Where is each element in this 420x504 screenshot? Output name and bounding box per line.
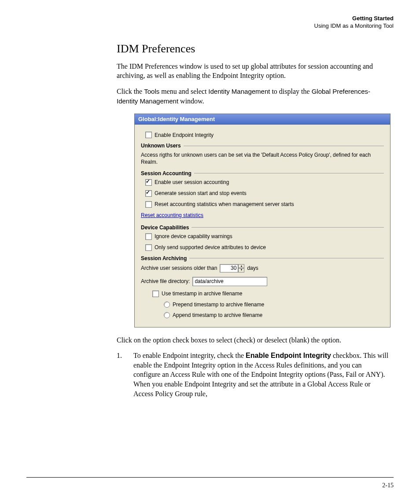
spinner-down-icon[interactable]: ▼ (238, 268, 244, 272)
archive-older-than-post: days (247, 265, 258, 271)
device-capabilities-group: Device Capabilities Ignore device capabi… (141, 224, 384, 251)
paragraph-3: Click on the option check boxes to selec… (117, 335, 389, 345)
running-header: Getting Started Using IDM as a Monitorin… (26, 15, 394, 30)
archive-days-value[interactable]: 30 (220, 264, 238, 272)
append-timestamp-row: Append timestamp to archive filename (164, 312, 384, 318)
unknown-users-desc: Access rigths for unknown users can be s… (141, 151, 384, 166)
section-title: IDM Preferences (117, 42, 389, 55)
session-archiving-label: Session Archiving (141, 255, 187, 261)
only-send-supported-label: Only send supported device attributes to… (155, 244, 266, 250)
use-timestamp-checkbox[interactable] (152, 291, 159, 297)
generate-session-events-checkbox[interactable] (145, 190, 152, 197)
reset-stats-on-start-row: Reset accounting statistics when managem… (145, 201, 384, 208)
use-timestamp-row: Use timestamp in archive filename (152, 291, 384, 297)
enable-endpoint-integrity-label: Enable Endpoint Integrity (155, 132, 214, 138)
generate-session-events-row: Generate session start and stop events (145, 190, 384, 197)
generate-session-events-label: Generate session start and stop events (155, 190, 247, 196)
session-accounting-group: Session Accounting Enable user session a… (141, 170, 384, 221)
document-page: Getting Started Using IDM as a Monitorin… (0, 0, 420, 504)
archive-older-than-pre: Archive user sessions older than (141, 265, 217, 271)
session-archiving-group: Session Archiving Archive user sessions … (141, 255, 384, 318)
enable-endpoint-integrity-checkbox[interactable] (145, 132, 152, 138)
dialog-titlebar: Global:Identity Management (135, 114, 390, 125)
archive-directory-label: Archive file directory: (141, 278, 190, 284)
only-send-supported-checkbox[interactable] (145, 244, 152, 251)
archive-older-than-row: Archive user sessions older than 30 ▲ ▼ … (141, 264, 384, 272)
step-1-body: To enable Endpoint integrity, check the … (133, 351, 389, 398)
archive-directory-row: Archive file directory: data/archive (141, 277, 384, 286)
header-bold: Getting Started (26, 15, 394, 22)
prepend-timestamp-label: Prepend timestamp to archive filename (173, 302, 264, 308)
paragraph-1: The IDM Preferences window is used to se… (117, 62, 389, 81)
dialog-body: Enable Endpoint Integrity Unknown Users … (135, 125, 390, 327)
ignore-device-warnings-row: Ignore device capability warnings (145, 233, 384, 240)
step-1: 1. To enable Endpoint integrity, check t… (117, 351, 389, 398)
use-timestamp-label: Use timestamp in archive filename (162, 291, 242, 297)
ignore-device-warnings-checkbox[interactable] (145, 233, 152, 240)
reset-stats-on-start-label: Reset accounting statistics when managem… (155, 201, 294, 207)
enable-user-session-accounting-row: Enable user session accounting (145, 179, 384, 186)
page-number: 2-15 (382, 482, 394, 489)
enable-user-session-accounting-label: Enable user session accounting (155, 179, 229, 185)
session-accounting-label: Session Accounting (141, 170, 192, 177)
content-column: IDM Preferences The IDM Preferences wind… (117, 42, 389, 398)
prepend-timestamp-radio[interactable] (164, 302, 170, 308)
append-timestamp-radio[interactable] (164, 312, 170, 318)
group-rule (194, 173, 384, 173)
header-sub: Using IDM as a Monitoring Tool (26, 22, 394, 30)
device-capabilities-label: Device Capabilities (141, 224, 189, 231)
paragraph-2: Click the Tools menu and select Identity… (117, 87, 389, 106)
step-1-number: 1. (117, 351, 125, 398)
enable-endpoint-integrity-row: Enable Endpoint Integrity (145, 132, 384, 138)
ignore-device-warnings-label: Ignore device capability warnings (155, 233, 232, 239)
reset-stats-on-start-checkbox[interactable] (145, 201, 152, 208)
prepend-timestamp-row: Prepend timestamp to archive filename (164, 302, 384, 308)
reset-accounting-statistics-link[interactable]: Reset accounting statistics (141, 212, 203, 218)
dialog-screenshot: Global:Identity Management Enable Endpoi… (134, 114, 391, 327)
group-rule (189, 258, 384, 258)
spinner-up-icon[interactable]: ▲ (238, 264, 244, 269)
only-send-supported-row: Only send supported device attributes to… (145, 244, 384, 251)
enable-user-session-accounting-checkbox[interactable] (145, 179, 152, 186)
unknown-users-group: Unknown Users Access rigths for unknown … (141, 143, 384, 166)
group-rule (184, 146, 384, 146)
spinner-arrows[interactable]: ▲ ▼ (238, 264, 244, 272)
archive-days-spinner[interactable]: 30 ▲ ▼ (220, 264, 244, 272)
append-timestamp-label: Append timestamp to archive filename (173, 312, 262, 318)
unknown-users-label: Unknown Users (141, 143, 181, 149)
ordered-steps: 1. To enable Endpoint integrity, check t… (117, 351, 389, 398)
group-rule (192, 227, 384, 228)
footer-rule (26, 477, 394, 478)
archive-directory-input[interactable]: data/archive (192, 277, 267, 286)
